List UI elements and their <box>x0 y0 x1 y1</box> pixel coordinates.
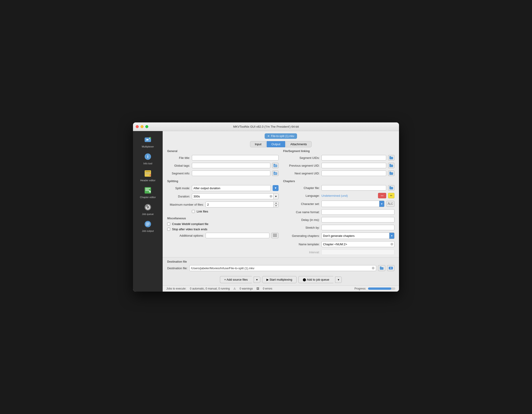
global-tags-label: Global tags: <box>167 164 190 167</box>
stretch-by-input[interactable] <box>322 225 394 230</box>
alc-button[interactable]: ÃLC <box>386 201 394 207</box>
progress-label: Progress: <box>354 287 366 290</box>
segment-uids-label: Segment UIDs: <box>283 156 320 160</box>
generating-chapters-label: Generating chapters: <box>283 234 320 238</box>
create-webm-row: Create WebM compliant file <box>167 222 279 226</box>
max-files-up-button[interactable]: ▲ <box>274 202 278 204</box>
link-files-checkbox[interactable] <box>192 210 195 213</box>
start-multiplexing-button[interactable]: ▶ Start multiplexing <box>262 276 296 283</box>
stop-after-video-checkbox[interactable] <box>167 228 170 231</box>
main-window: MKVToolNix GUI v82.0 ('I'm The President… <box>133 122 399 292</box>
add-to-job-queue-dropdown-arrow[interactable]: ▼ <box>335 276 342 283</box>
charset-select[interactable] <box>322 201 379 207</box>
segment-info-row: Segment info: <box>167 171 279 176</box>
global-tags-input[interactable] <box>192 163 270 168</box>
prev-segment-uid-input[interactable] <box>322 163 386 168</box>
dest-clear-button[interactable]: ⊗ <box>372 266 375 270</box>
dest-path-wrap: /Users/jabeler/Movies/Infuse/File-to-spl… <box>189 265 376 271</box>
max-files-spinners: ▲ ▼ <box>274 202 278 207</box>
prev-segment-uid-label: Previous segment UID: <box>283 164 320 167</box>
delay-input[interactable] <box>322 217 394 222</box>
segment-uids-browse-button[interactable] <box>388 155 394 160</box>
svg-rect-12 <box>145 188 150 189</box>
name-template-clear-button[interactable]: ⊗ <box>390 242 394 246</box>
cue-name-format-label: Cue name format: <box>283 211 320 214</box>
chapters-dropdown-arrow[interactable]: ▼ <box>389 233 394 239</box>
minimize-button[interactable] <box>141 125 143 128</box>
split-mode-select[interactable]: After output duration <box>192 185 271 191</box>
dest-extra-button[interactable]: ⚙ <box>387 265 394 271</box>
language-edit-button[interactable]: ✏ <box>388 193 394 198</box>
segment-info-browse-button[interactable] <box>272 171 279 176</box>
close-button[interactable] <box>136 125 139 128</box>
language-link[interactable]: Undetermined (und) <box>322 194 376 197</box>
cue-name-format-input[interactable] <box>322 209 394 215</box>
duration-input[interactable] <box>192 193 268 199</box>
global-tags-browse-button[interactable] <box>272 163 279 168</box>
stretch-by-label: Stretch by: <box>283 226 320 229</box>
chapter-file-input[interactable] <box>322 185 386 191</box>
global-tags-row: Global tags: <box>167 163 279 168</box>
name-template-input[interactable] <box>322 241 390 247</box>
destination-title: Destination file <box>167 260 394 263</box>
sidebar-item-job-queue[interactable]: Job queue <box>134 201 162 217</box>
duration-clear-button[interactable]: ⊗ <box>268 194 273 198</box>
additional-options-label: Additional options: <box>167 234 204 237</box>
add-to-job-queue-button[interactable]: ⬤ Add to job queue <box>298 276 333 283</box>
next-segment-uid-input[interactable] <box>322 171 386 176</box>
next-segment-uid-label: Next segment UID: <box>283 172 320 175</box>
create-webm-label: Create WebM compliant file <box>172 222 208 226</box>
interval-input[interactable] <box>322 249 394 255</box>
tab-attachments[interactable]: Attachments <box>286 141 312 147</box>
segment-info-input[interactable] <box>192 171 270 176</box>
jobs-to-execute-value: 0 automatic, 0 manual, 0 running <box>190 287 230 290</box>
generating-chapters-row: Generating chapters: Don't generate chap… <box>283 232 394 239</box>
create-webm-checkbox[interactable] <box>167 222 170 225</box>
warnings-value: 0 warnings <box>239 287 253 290</box>
dest-browse-button[interactable] <box>378 265 385 271</box>
charset-arrow[interactable]: ▼ <box>379 201 384 207</box>
split-mode-dropdown-btn[interactable]: ▼ <box>273 185 279 191</box>
status-progress: Progress: <box>354 287 395 290</box>
sidebar-item-header-editor[interactable]: Header editor <box>134 167 162 183</box>
dest-row: Destination file: /Users/jabeler/Movies/… <box>167 265 394 271</box>
misc-section: Miscellaneous Create WebM compliant file… <box>167 217 279 238</box>
interval-row: Interval: <box>283 249 394 255</box>
sidebar-item-multiplexer[interactable]: ▶ Multiplexer <box>134 133 162 149</box>
file-chip-close[interactable]: ✕ <box>267 135 270 138</box>
titlebar: MKVToolNix GUI v82.0 ('I'm The President… <box>133 122 399 131</box>
additional-options-input[interactable] <box>206 233 269 238</box>
duration-expand-button[interactable]: ▼ <box>273 193 278 199</box>
jobs-to-execute-label: Jobs to execute: <box>166 287 186 290</box>
file-title-input[interactable] <box>192 155 279 160</box>
add-source-dropdown-arrow[interactable]: ▼ <box>254 276 260 283</box>
max-files-down-button[interactable]: ▼ <box>274 204 278 207</box>
max-files-input[interactable] <box>206 202 274 207</box>
add-source-files-button[interactable]: + Add source files <box>220 276 252 283</box>
svg-rect-23 <box>274 164 275 165</box>
tab-output[interactable]: Output <box>267 141 285 147</box>
generating-chapters-select[interactable]: Don't generate chapters <box>322 233 389 239</box>
svg-point-16 <box>145 204 151 211</box>
chapter-file-browse-button[interactable] <box>388 185 394 191</box>
stop-after-video-label: Stop after video track ends <box>172 228 207 231</box>
tab-input[interactable]: Input <box>250 141 266 147</box>
file-chip[interactable]: ✕ File-to-split (1).mkv <box>265 133 297 139</box>
name-template-row: Name template: ⊗ <box>283 241 394 247</box>
sidebar-item-info-tool[interactable]: i Info tool <box>134 150 162 166</box>
maximize-button[interactable] <box>145 125 148 128</box>
header-editor-icon <box>143 169 152 178</box>
additional-options-list-button[interactable] <box>271 233 279 238</box>
svg-rect-24 <box>274 165 277 167</box>
next-segment-uid-browse-button[interactable] <box>388 171 394 176</box>
svg-rect-38 <box>390 186 391 187</box>
sidebar: ▶ Multiplexer i Info tool <box>133 131 163 292</box>
language-remove-button[interactable]: — <box>378 193 386 198</box>
prev-segment-uid-browse-button[interactable] <box>388 163 394 168</box>
chapter-editor-icon <box>143 186 152 195</box>
sidebar-item-job-output[interactable]: Job output <box>134 218 162 234</box>
svg-rect-40 <box>380 267 381 268</box>
svg-rect-20 <box>146 224 150 224</box>
segment-uids-input[interactable] <box>322 155 386 160</box>
sidebar-item-chapter-editor[interactable]: Chapter editor <box>134 184 162 200</box>
